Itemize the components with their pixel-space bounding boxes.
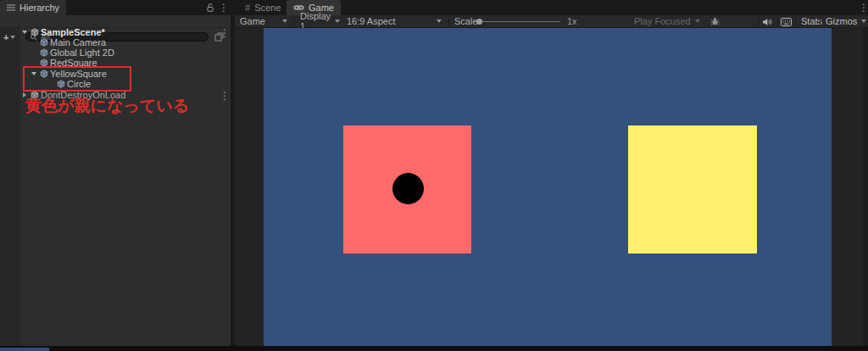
scale-slider-track[interactable] xyxy=(480,21,560,22)
hierarchy-search-row: + xyxy=(0,15,231,28)
tab-hierarchy[interactable]: Hierarchy xyxy=(0,0,66,15)
tab-strip: Hierarchy ⋮ # Scene Game ⋮ xyxy=(0,0,868,15)
chevron-down-icon xyxy=(437,20,442,23)
mute-audio-speaker-icon[interactable] xyxy=(762,18,772,26)
tab-scene[interactable]: # Scene xyxy=(238,0,287,15)
toolbar-divider xyxy=(448,17,449,26)
hierarchy-tab-label: Hierarchy xyxy=(19,3,59,13)
toolbar-divider xyxy=(759,17,760,26)
toolbar-divider xyxy=(777,17,778,26)
row-kebab-icon[interactable]: ⋮ xyxy=(220,89,230,103)
hierarchy-row-global-light[interactable]: Global Light 2D xyxy=(0,47,231,58)
aspect-dropdown[interactable]: 16:9 Aspect xyxy=(342,15,446,27)
hierarchy-menu-kebab-icon[interactable]: ⋮ xyxy=(219,1,229,14)
circle-object xyxy=(392,173,424,204)
play-behavior-dropdown[interactable]: Play Focused xyxy=(630,15,704,27)
aspect-value: 16:9 Aspect xyxy=(347,16,396,26)
debug-bug-icon[interactable] xyxy=(710,17,720,26)
yellow-square-object xyxy=(628,125,757,254)
chevron-down-icon xyxy=(282,20,287,23)
unity-editor-window: Hierarchy ⋮ # Scene Game ⋮ + xyxy=(0,0,868,351)
game-menu-kebab-icon[interactable]: ⋮ xyxy=(859,1,868,14)
gamepad-icon xyxy=(293,4,304,11)
keyboard-icon[interactable] xyxy=(781,18,792,26)
game-letterbox-edge xyxy=(863,28,868,347)
hamburger-icon xyxy=(7,4,15,11)
gameobject-icon xyxy=(40,48,48,57)
toolbar-divider xyxy=(294,17,295,26)
game-viewport xyxy=(264,28,832,347)
toolbar-divider xyxy=(820,17,821,26)
chevron-down-icon xyxy=(695,20,700,23)
hash-icon: # xyxy=(245,3,250,13)
scene-tab-label: Scene xyxy=(254,3,281,13)
chevron-down-icon xyxy=(861,20,866,23)
gameobject-label: Main Camera xyxy=(50,37,106,47)
lock-icon[interactable] xyxy=(206,3,214,13)
gameobject-label: Global Light 2D xyxy=(50,47,114,58)
chevron-down-icon xyxy=(335,20,340,23)
scale-value: 1x xyxy=(563,15,581,27)
scene-icon xyxy=(31,28,39,36)
bottom-status-strip xyxy=(0,346,868,351)
scene-name-label: SampleScene* xyxy=(41,27,105,37)
scale-slider-knob[interactable] xyxy=(476,19,482,25)
hierarchy-row-samplescene[interactable]: SampleScene* ⋮ xyxy=(0,27,231,37)
expand-arrow-icon[interactable] xyxy=(22,31,27,34)
hierarchy-row-main-camera[interactable]: Main Camera xyxy=(0,37,231,47)
gameobject-icon xyxy=(40,38,48,47)
gizmos-dropdown[interactable]: Gizmos xyxy=(821,15,865,27)
display-dropdown[interactable]: Display 1 xyxy=(296,15,342,27)
annotation-box xyxy=(23,66,131,92)
annotation-text: 黄色が親になっている xyxy=(25,95,189,117)
game-mode-dropdown[interactable]: Game xyxy=(236,15,292,27)
game-mode-value: Game xyxy=(240,16,265,26)
play-behavior-value: Play Focused xyxy=(634,16,691,26)
toolbar-divider xyxy=(795,17,796,26)
bottom-progress-segment xyxy=(0,348,49,351)
